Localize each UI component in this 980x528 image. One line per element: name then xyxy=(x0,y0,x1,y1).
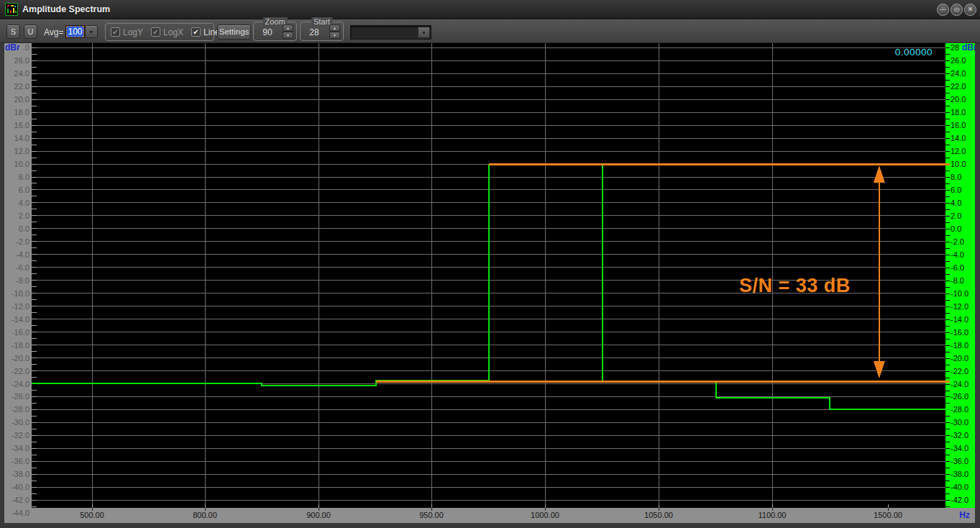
right-axis-tick xyxy=(945,151,950,152)
left-axis-tick-label: -38.0 xyxy=(12,470,29,478)
right-axis-tick xyxy=(945,332,950,333)
right-axis-tick-label: -10.0 xyxy=(951,289,968,298)
left-axis-tick-label: 4.0 xyxy=(19,199,29,207)
close-button[interactable]: ✕ xyxy=(964,4,976,16)
right-axis-tick xyxy=(945,138,950,139)
right-axis-unit-label: dBr xyxy=(960,43,975,53)
right-axis-tick-label: -2.0 xyxy=(951,237,964,246)
left-axis-tick-label: 14.0 xyxy=(14,134,29,142)
right-axis-tick-label: -40.0 xyxy=(951,483,968,491)
right-axis-tick xyxy=(945,190,950,191)
right-axis-tick-label: -30.0 xyxy=(951,418,968,427)
window-border-bottom xyxy=(0,523,980,528)
left-axis-tick-label: -36.0 xyxy=(12,457,29,465)
start-spin-down-icon[interactable]: ▼ xyxy=(329,32,340,39)
right-axis-tick-label: 0.0 xyxy=(951,224,961,233)
lines-checkbox[interactable]: ✔ xyxy=(191,27,201,37)
left-axis-unit-label: dBr xyxy=(5,43,22,53)
minimize-button[interactable]: — xyxy=(937,4,949,16)
x-axis-tick-label: 1500.00 xyxy=(874,511,902,519)
start-spin-up-icon[interactable]: ▲ xyxy=(329,24,340,32)
right-axis-tick xyxy=(945,293,950,294)
right-axis-tick xyxy=(945,170,950,171)
left-axis-tick-label: -14.0 xyxy=(12,315,29,324)
right-axis-tick xyxy=(945,216,950,217)
right-axis-tick xyxy=(945,319,950,320)
right-axis-tick xyxy=(945,403,950,404)
right-axis-tick xyxy=(945,396,950,397)
right-axis-tick xyxy=(945,196,950,197)
log-options-group: ✔ LogY ✔ LogX ✔ Lines xyxy=(105,23,214,41)
right-axis-tick-label: 8.0 xyxy=(951,173,961,181)
x-axis: Hz 500.00800.00900.00950.001000.001050.0… xyxy=(4,508,975,523)
right-axis-tick xyxy=(945,313,950,314)
window-border-right xyxy=(975,43,980,523)
right-axis-tick xyxy=(945,468,950,468)
right-axis-tick xyxy=(945,235,950,236)
left-axis-tick-label: -42.0 xyxy=(12,496,29,504)
x-axis-tick xyxy=(92,508,93,511)
x-axis-tick-label: 900.00 xyxy=(306,511,331,519)
left-axis-tick-label: -2.0 xyxy=(16,237,29,246)
right-axis-tick xyxy=(945,487,950,488)
right-axis-tick-label: -6.0 xyxy=(951,263,964,272)
zoom-value[interactable]: 90 xyxy=(257,27,278,37)
right-axis-tick-label: 24.0 xyxy=(951,69,966,78)
right-axis-tick xyxy=(945,99,950,100)
right-axis-tick xyxy=(945,183,950,184)
right-axis-tick xyxy=(945,93,950,94)
right-axis-tick-label: -22.0 xyxy=(951,367,968,375)
right-axis-tick-label: -42.0 xyxy=(951,496,968,504)
zoom-spin-down-icon[interactable]: ▼ xyxy=(283,32,293,39)
right-axis-tick xyxy=(945,255,950,255)
right-axis-tick-label: 22.0 xyxy=(951,82,966,91)
x-axis-tick xyxy=(659,508,659,511)
right-axis-tick-label: -34.0 xyxy=(951,444,968,452)
right-axis-tick-label: 12.0 xyxy=(951,147,966,155)
right-axis-tick xyxy=(945,86,950,87)
left-axis-tick-label: 6.0 xyxy=(19,186,29,194)
right-axis-tick xyxy=(945,268,950,268)
left-axis-tick-label: 20.0 xyxy=(14,95,29,104)
left-axis-tick-label: -8.0 xyxy=(16,276,29,285)
zoom-spin-up-icon[interactable]: ▲ xyxy=(283,24,293,32)
left-axis-tick-label: 22.0 xyxy=(14,82,29,91)
u-button[interactable]: U xyxy=(24,24,37,39)
left-axis-tick-label: -16.0 xyxy=(12,328,29,337)
avg-combobox[interactable]: 100 xyxy=(65,25,85,38)
x-axis-tick-label: 950.00 xyxy=(419,511,444,519)
left-axis-tick-label: -10.0 xyxy=(12,289,29,298)
right-axis-tick-label: 6.0 xyxy=(951,186,961,194)
right-axis-tick xyxy=(945,339,950,340)
toolbar: S U Avg= 100 ▼ ✔ LogY ✔ LogX ✔ Lines Set… xyxy=(0,19,980,43)
s-button[interactable]: S xyxy=(6,24,20,39)
settings-button[interactable]: Settings xyxy=(217,24,251,40)
right-axis-tick xyxy=(945,132,950,132)
logx-checkbox: ✔ xyxy=(151,27,160,37)
right-axis-tick xyxy=(945,461,950,462)
left-axis-tick-label: -44.0 xyxy=(12,509,29,517)
right-axis: 28.026.024.022.020.018.016.014.012.010.0… xyxy=(945,43,975,508)
preset-dropdown-arrow-icon[interactable]: ▼ xyxy=(418,27,430,38)
right-axis-tick xyxy=(945,442,950,442)
right-axis-tick xyxy=(945,248,950,249)
right-axis-tick-label: -38.0 xyxy=(951,470,968,478)
start-value[interactable]: 28 xyxy=(304,27,324,37)
right-axis-tick-label: -14.0 xyxy=(951,315,968,324)
preset-dropdown[interactable]: ▼ xyxy=(350,25,431,40)
left-axis-tick-label: 18.0 xyxy=(14,108,29,117)
left-axis-tick-label: -34.0 xyxy=(12,444,29,452)
right-axis-tick xyxy=(945,145,950,145)
left-axis-tick-label: -22.0 xyxy=(12,367,29,375)
right-axis-tick-label: -36.0 xyxy=(951,457,968,465)
left-axis-tick-label: -4.0 xyxy=(16,250,29,259)
avg-dropdown-arrow-icon[interactable]: ▼ xyxy=(85,25,98,38)
plot-area[interactable]: 0.00000 S/N = 33 dB xyxy=(32,43,945,508)
app-icon xyxy=(5,3,18,16)
right-axis-tick xyxy=(945,352,950,352)
right-axis-tick xyxy=(945,378,950,378)
right-axis-tick-label: -32.0 xyxy=(951,431,968,440)
right-axis-tick-label: -20.0 xyxy=(951,354,968,363)
maximize-button[interactable]: ▭ xyxy=(951,4,963,16)
x-axis-tick xyxy=(319,508,319,511)
